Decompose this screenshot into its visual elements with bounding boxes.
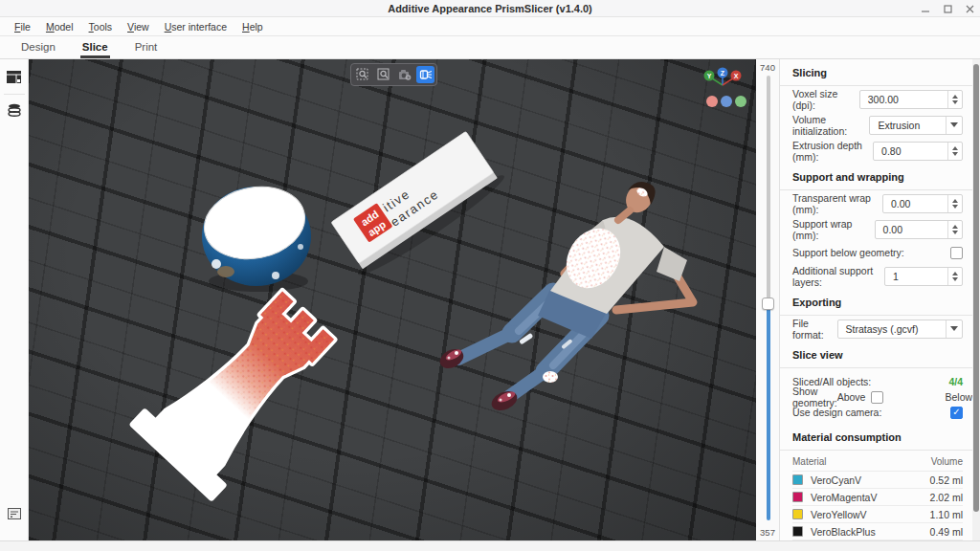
material-swatch xyxy=(792,474,803,485)
transparent-wrap-spinner[interactable]: 0.00 xyxy=(882,194,963,213)
transparent-wrap-value: 0.00 xyxy=(883,198,910,209)
design-camera-row: Use design camera: xyxy=(792,405,963,420)
extrusion-depth-row: Extrusion depth (mm): 0.80 xyxy=(792,138,963,164)
material-column-header: Material xyxy=(792,456,827,467)
voxel-size-label: Voxel size (dpi): xyxy=(792,88,859,111)
orientation-gizmo[interactable]: Y Z X xyxy=(697,67,756,117)
axis-x-label: X xyxy=(734,73,739,79)
settings-panel: Slicing Voxel size (dpi): 300.00 Volume … xyxy=(780,59,980,540)
console-panel-icon[interactable] xyxy=(5,504,24,523)
support-layers-row: Additional support layers: 1 xyxy=(792,263,963,289)
volume-init-row: Volume initialization: Extrusion xyxy=(792,112,963,138)
axis-neg-y-ball[interactable] xyxy=(735,96,746,107)
extrusion-depth-spinner[interactable]: 0.80 xyxy=(873,142,963,161)
volume-init-label: Volume initialization: xyxy=(792,114,869,137)
slice-slider-strip: 740 357 xyxy=(756,59,780,540)
spinner-arrows[interactable] xyxy=(947,143,962,160)
materials-table-header: Material Volume xyxy=(792,451,963,471)
rook-speckle xyxy=(133,278,347,497)
geometry-above-label: Above xyxy=(837,391,866,403)
voxel-size-spinner[interactable]: 300.00 xyxy=(859,90,963,109)
table-row[interactable]: VeroCyanV 0.52 ml xyxy=(792,471,963,488)
design-camera-checkbox[interactable] xyxy=(950,407,963,419)
material-volume: 1.10 ml xyxy=(930,509,963,520)
axis-z-label: Z xyxy=(721,70,725,77)
slice-slider-handle[interactable] xyxy=(762,298,774,310)
support-below-label: Support below geometry: xyxy=(792,247,904,258)
voxel-size-row: Voxel size (dpi): 300.00 xyxy=(792,86,963,112)
table-row[interactable]: VeroYellowV 1.10 ml xyxy=(792,505,963,522)
window-controls xyxy=(922,0,974,17)
volume-init-value: Extrusion xyxy=(870,120,920,131)
scrollbar-thumb[interactable] xyxy=(973,64,979,512)
material-swatch xyxy=(792,492,803,502)
rook-model[interactable] xyxy=(133,278,347,497)
slice-view-section-title: Slice view xyxy=(792,342,963,367)
table-row[interactable]: VeroPureWhite 10.77 ml xyxy=(792,540,963,540)
geometry-below-label: Below xyxy=(945,391,972,403)
extrusion-depth-label: Extrusion depth (mm): xyxy=(792,140,873,163)
menu-file[interactable]: File xyxy=(8,19,37,34)
maximize-icon[interactable] xyxy=(944,5,952,13)
extrusion-depth-value: 0.80 xyxy=(874,145,901,157)
support-layers-label: Additional support layers: xyxy=(792,265,884,288)
zoom-fit-button[interactable] xyxy=(374,66,392,83)
spinner-arrows[interactable] xyxy=(947,91,962,108)
menu-tools[interactable]: Tools xyxy=(82,19,120,34)
transparent-wrap-row: Transparent wrap (mm): 0.00 xyxy=(792,190,963,216)
slider-max-label: 740 xyxy=(756,62,779,73)
spinner-arrows[interactable] xyxy=(947,221,962,238)
design-camera-label: Use design camera: xyxy=(792,407,881,418)
panel-scrollbar[interactable] xyxy=(972,59,980,540)
human-model[interactable] xyxy=(436,179,693,414)
slice-view-button[interactable] xyxy=(416,66,434,83)
layers-icon[interactable] xyxy=(5,100,24,120)
axis-y-label: Y xyxy=(707,73,712,79)
minimize-icon[interactable] xyxy=(922,5,930,13)
geometry-above-checkbox[interactable] xyxy=(871,391,883,404)
tab-print[interactable]: Print xyxy=(123,36,169,58)
spinner-arrows[interactable] xyxy=(947,195,962,212)
axis-neg-x-ball[interactable] xyxy=(706,96,718,107)
snapshot-button[interactable] xyxy=(395,66,413,83)
material-name: VeroBlackPlus xyxy=(811,526,876,538)
shoe-left xyxy=(436,345,466,372)
chevron-down-icon xyxy=(946,320,962,338)
support-wrap-spinner[interactable]: 0.00 xyxy=(875,220,963,239)
slider-track-upper[interactable] xyxy=(767,76,770,304)
window-title: Additive Appearance PrismSlicer (v1.4.0) xyxy=(388,3,592,14)
material-volume: 2.02 ml xyxy=(930,492,963,503)
table-row[interactable]: VeroBlackPlus 0.49 ml xyxy=(792,522,963,540)
tab-design[interactable]: Design xyxy=(10,36,67,58)
support-section-title: Support and wrapping xyxy=(792,164,963,189)
table-row[interactable]: VeroMagentaV 2.02 ml xyxy=(792,488,963,505)
3d-viewport[interactable]: add app itive earance xyxy=(29,59,756,540)
menu-user-interface[interactable]: User interface xyxy=(158,19,234,34)
material-volume: 0.52 ml xyxy=(930,474,963,486)
menu-model[interactable]: Model xyxy=(39,19,80,34)
axis-neg-z-ball[interactable] xyxy=(721,96,732,107)
menu-bar: File Model Tools View User interface Hel… xyxy=(0,17,980,36)
spinner-arrows[interactable] xyxy=(947,268,962,285)
volume-init-dropdown[interactable]: Extrusion xyxy=(869,116,963,135)
material-swatch xyxy=(792,526,803,537)
menu-help[interactable]: Help xyxy=(235,19,270,34)
support-below-row: Support below geometry: xyxy=(792,242,963,263)
chevron-down-icon xyxy=(946,117,962,134)
left-sidebar xyxy=(0,59,29,540)
close-icon[interactable] xyxy=(966,5,974,13)
support-layers-spinner[interactable]: 1 xyxy=(884,267,963,286)
tab-slice[interactable]: Slice xyxy=(71,36,120,58)
bowl-model[interactable] xyxy=(198,179,311,286)
menu-view[interactable]: View xyxy=(121,19,156,34)
file-format-dropdown[interactable]: Stratasys (.gcvf) xyxy=(837,320,963,339)
zoom-selection-button[interactable] xyxy=(353,66,371,83)
support-wrap-row: Support wrap (mm): 0.00 xyxy=(792,216,963,242)
volume-column-header: Volume xyxy=(931,456,963,467)
support-below-checkbox[interactable] xyxy=(950,247,963,259)
slider-track-lower[interactable] xyxy=(767,304,770,520)
file-format-label: File format: xyxy=(792,318,837,341)
scene-panel-icon[interactable] xyxy=(5,67,24,86)
material-name: VeroCyanV xyxy=(811,474,861,486)
sliced-objects-value: 4/4 xyxy=(948,376,963,387)
